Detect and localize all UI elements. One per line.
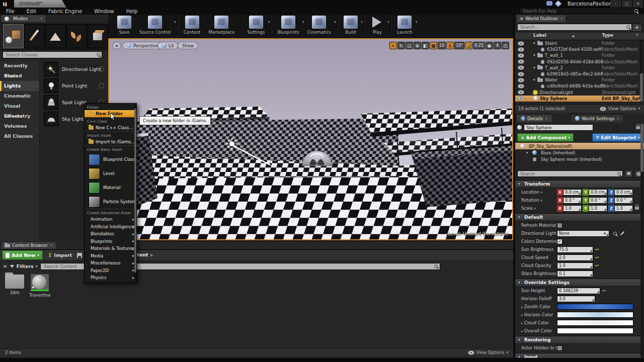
outliner-search-input[interactable]: Search... bbox=[517, 24, 632, 31]
axis-z-value[interactable]: 0.0 ° bbox=[614, 197, 633, 204]
menu-item-import-to-game[interactable]: Import to /Game... bbox=[85, 138, 136, 145]
dropdown-caret-icon[interactable]: ▾ bbox=[174, 20, 176, 24]
settings-button[interactable]: ▾Settings bbox=[244, 15, 269, 35]
outliner-row-water[interactable]: ▾WaterFolder bbox=[515, 77, 641, 83]
world-outliner-close-icon[interactable]: ✕ bbox=[560, 17, 563, 21]
axis-y-value[interactable]: 0.0 ° bbox=[589, 197, 607, 204]
details-close-icon[interactable]: ✕ bbox=[545, 117, 548, 121]
property-label[interactable]: Actor Hidden In Game bbox=[521, 345, 557, 350]
visibility-eye-icon[interactable] bbox=[518, 78, 524, 82]
axis-y-value[interactable]: 1.0 bbox=[589, 205, 607, 212]
category-visual-effects[interactable]: Visual Effects bbox=[0, 101, 39, 111]
move-tool[interactable]: + bbox=[389, 42, 397, 49]
context-menu-scrollbar[interactable] bbox=[134, 105, 136, 282]
overall-color-swatch[interactable] bbox=[557, 328, 633, 334]
horizon-color-swatch[interactable] bbox=[557, 312, 633, 318]
outliner-scrollbar[interactable] bbox=[640, 40, 643, 102]
axis-y-value[interactable]: 0.0 cm bbox=[589, 189, 607, 196]
filters-button[interactable]: Filters▾ bbox=[10, 263, 37, 269]
cloud-opacity-field[interactable]: 1.0 bbox=[557, 262, 593, 269]
maximize-viewport[interactable]: ◰ bbox=[502, 42, 509, 49]
menu-submenu-miscellaneous[interactable]: Miscellaneous▸ bbox=[85, 259, 136, 267]
surface-snap-toggle[interactable]: ◧ bbox=[422, 42, 429, 49]
category-cinematic[interactable]: Cinematic bbox=[0, 91, 39, 101]
help-search-input[interactable]: Search For Help bbox=[519, 8, 640, 14]
menu-item-new-c-class[interactable]: New C++ Class... bbox=[85, 124, 136, 131]
cloud-color-swatch[interactable] bbox=[557, 320, 633, 326]
expander-icon[interactable]: ▸ bbox=[521, 305, 524, 309]
menu-asset-level[interactable]: Level bbox=[85, 166, 136, 180]
visibility-eye-icon[interactable] bbox=[518, 72, 524, 76]
rotate-tool[interactable]: ↻ bbox=[397, 42, 405, 49]
dropdown-caret-icon[interactable]: ▾ bbox=[334, 20, 336, 24]
outliner-row-cd0e9de0-b688-4d3a-ba89-f[interactable]: cd0e9de0-b688-4d3a-ba89-fFabricStaticMes… bbox=[515, 83, 641, 89]
world-outliner-tab[interactable]: ≡ World Outliner ✕ bbox=[516, 15, 567, 22]
outliner-row-63d272bf-6aad-4100-aaff[interactable]: 63d272bf-6aad-4100-aaff-FabricStaticMesh bbox=[515, 46, 641, 52]
camera-speed-toggle[interactable]: ◉ bbox=[486, 42, 493, 49]
marketplace-button[interactable]: Marketplace bbox=[204, 15, 238, 35]
mode-place-button[interactable] bbox=[3, 24, 24, 48]
property-label[interactable]: Directional Light Actor bbox=[521, 231, 557, 236]
asset-3dm[interactable]: 3dm bbox=[4, 273, 25, 295]
menu-submenu-artificial-intelligence[interactable]: Artificial Intelligence▸ bbox=[85, 223, 136, 231]
search-icon[interactable] bbox=[613, 232, 617, 235]
section-transform[interactable]: ▾Transform bbox=[515, 180, 641, 188]
add-component-button[interactable]: +Add Component▾ bbox=[517, 133, 574, 142]
close-button[interactable]: ✕ bbox=[633, 1, 643, 8]
expander-icon[interactable]: ▸ bbox=[521, 321, 524, 325]
visibility-eye-icon[interactable] bbox=[518, 53, 524, 58]
sun-height-field[interactable]: 0.348239 bbox=[557, 288, 600, 294]
component-bp-sky-sphere-self[interactable]: BP_Sky_Sphere(self) bbox=[515, 143, 644, 149]
menu-asset-particle-system[interactable]: Particle System bbox=[85, 195, 136, 209]
menu-submenu-media[interactable]: Media▸ bbox=[85, 252, 136, 260]
menu-submenu-physics[interactable]: Physics▸ bbox=[85, 274, 136, 282]
launch-button[interactable]: ▾Launch bbox=[393, 15, 417, 35]
visibility-eye-icon[interactable] bbox=[518, 59, 524, 64]
section-rendering[interactable]: ▾Rendering bbox=[515, 336, 641, 344]
mode-landscape-button[interactable] bbox=[45, 24, 66, 48]
property-label[interactable]: ▸ Overall Color bbox=[521, 328, 557, 333]
reset-to-default-icon[interactable]: ↩ bbox=[595, 263, 599, 268]
reset-to-default-icon[interactable]: ↩ bbox=[602, 288, 606, 293]
visibility-eye-icon[interactable] bbox=[518, 84, 524, 88]
property-label[interactable]: Scale ▾ bbox=[521, 206, 557, 211]
category-basic[interactable]: Basic bbox=[0, 71, 39, 81]
property-label[interactable]: Rotation ▾ bbox=[521, 198, 557, 203]
outliner-row-sky-sphere[interactable]: Sky SphereEdit BP_Sky_Sph bbox=[515, 96, 641, 102]
scale-snap-value[interactable]: 0.25 bbox=[473, 42, 485, 49]
axis-x-value[interactable]: 0.0 ° bbox=[563, 197, 582, 204]
reset-to-default-icon[interactable]: ↩ bbox=[595, 247, 599, 252]
sources-panel-icon[interactable]: ≡ bbox=[3, 263, 7, 269]
grid-snap-value[interactable]: 10 bbox=[438, 42, 446, 49]
component-sky-sphere-mesh-inherited[interactable]: Sky Sphere mesh (Inherited) bbox=[515, 156, 644, 162]
menu-asset-blueprint-class[interactable]: Blueprint Class bbox=[85, 152, 136, 166]
modes-close-icon[interactable]: ✕ bbox=[40, 17, 43, 21]
outliner-row-092d2056-84dd-418d-808[interactable]: 092d2056-84dd-418d-808FabricStaticMesh bbox=[515, 59, 641, 65]
expander-icon[interactable]: ▸ bbox=[521, 313, 524, 317]
rotation-snap-toggle[interactable]: ∆ bbox=[446, 42, 454, 49]
content-browser-close-icon[interactable]: ✕ bbox=[50, 243, 53, 247]
menu-edit[interactable]: Edit bbox=[21, 8, 42, 15]
grid-snap-toggle[interactable]: ▦ bbox=[430, 42, 437, 49]
menu-submenu-blueprints[interactable]: Blueprints▸ bbox=[85, 238, 136, 245]
cinematics-button[interactable]: ▾Cinematics bbox=[303, 15, 335, 35]
world-settings-close-icon[interactable]: ✕ bbox=[617, 117, 620, 121]
tab-details[interactable]: i Details ✕ bbox=[516, 114, 552, 122]
mode-foliage-button[interactable] bbox=[66, 24, 87, 48]
tab-world-settings[interactable]: World Settings ✕ bbox=[571, 114, 624, 122]
category-all-classes[interactable]: All Classes bbox=[0, 131, 39, 141]
placeable-point-light[interactable]: Point Light bbox=[40, 77, 108, 94]
dropdown-caret-icon[interactable]: ▾ bbox=[361, 20, 363, 24]
property-label[interactable]: Colors Determined By bbox=[521, 239, 557, 244]
view-options-button[interactable]: View Options▾ bbox=[468, 349, 508, 356]
source-control-button[interactable]: ▾Source Control bbox=[135, 15, 175, 35]
directional-light-actor-dropdown[interactable]: None ▾ bbox=[557, 230, 609, 237]
perspective-button[interactable]: Perspective bbox=[122, 42, 163, 49]
property-label[interactable]: Sun Brightness bbox=[521, 247, 557, 252]
actor-hidden-in-game-checkbox[interactable] bbox=[557, 345, 562, 351]
maximize-button[interactable]: □ bbox=[622, 1, 632, 8]
camera-speed-value[interactable]: 4 bbox=[494, 42, 501, 49]
build-button[interactable]: ▾Build bbox=[340, 15, 362, 35]
expander-icon[interactable]: ▾ bbox=[526, 151, 530, 155]
menu-submenu-blendables[interactable]: Blendables▸ bbox=[85, 230, 136, 238]
